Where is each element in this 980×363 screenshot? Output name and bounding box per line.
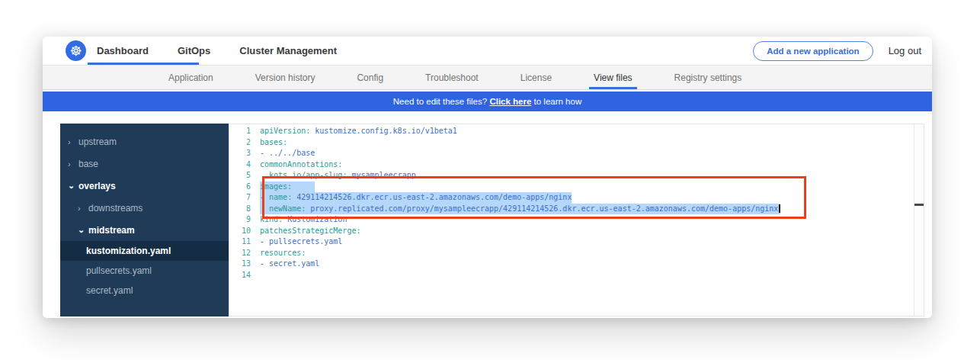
app-tab-bar: ApplicationVersion historyConfigTroubles… [43, 66, 932, 90]
line-number: 13 [229, 259, 260, 270]
code-text: - secret.yaml [260, 259, 319, 270]
code-editor[interactable]: 1apiVersion: kustomize.config.k8s.io/v1b… [229, 124, 924, 316]
code-line[interactable]: 11- pullsecrets.yaml [229, 236, 924, 248]
app-window: ☸ DashboardGitOpsCluster Management Add … [43, 37, 932, 318]
add-application-button[interactable]: Add a new application [753, 41, 873, 61]
code-lines: 1apiVersion: kustomize.config.k8s.io/v1b… [229, 124, 924, 281]
chevron-down-icon: ⌄ [78, 225, 86, 235]
helm-wheel-glyph: ☸ [69, 44, 82, 58]
line-number: 4 [229, 159, 260, 171]
code-text: kind: Kustomization [260, 214, 347, 226]
tree-item-kustomization-yaml[interactable]: kustomization.yaml [60, 241, 229, 261]
tab-application[interactable]: Application [168, 66, 213, 89]
line-number: 11 [229, 236, 260, 248]
editor-scrollbar[interactable] [914, 124, 924, 316]
code-line[interactable]: 1apiVersion: kustomize.config.k8s.io/v1b… [229, 126, 924, 137]
code-line[interactable]: 14 [229, 270, 924, 281]
line-number: 7 [229, 192, 260, 204]
top-nav-right: Add a new application Log out [753, 41, 921, 61]
code-line[interactable]: 10patchesStrategicMerge: [229, 226, 924, 237]
code-text: apiVersion: kustomize.config.k8s.io/v1be… [260, 126, 457, 137]
file-tree-sidebar: ›upstream›base⌄overlays›downstreams⌄mids… [60, 124, 229, 316]
chevron-right-icon: › [68, 159, 76, 169]
line-number: 1 [229, 126, 260, 137]
line-number: 3 [229, 148, 260, 159]
code-text: - pullsecrets.yaml [260, 236, 342, 248]
tab-version-history[interactable]: Version history [255, 66, 315, 89]
tab-registry-settings[interactable]: Registry settings [674, 66, 742, 89]
scrollbar-thumb[interactable] [914, 204, 924, 206]
code-line[interactable]: 13- secret.yaml [229, 259, 924, 270]
banner-text-after: to learn how [531, 97, 581, 106]
line-number: 9 [229, 214, 260, 226]
banner-click-here-link[interactable]: Click here [489, 97, 531, 106]
code-line[interactable]: 7- name: 429114214526.dkr.ecr.us-east-2.… [229, 192, 924, 204]
tree-item-label: secret.yaml [86, 285, 133, 296]
code-line[interactable]: 2bases: [229, 137, 924, 149]
line-number: 14 [229, 270, 260, 281]
code-text: kots.io/app-slug: mysampleecrapp [260, 170, 416, 182]
line-number: 5 [229, 170, 260, 182]
tab-license[interactable]: License [520, 66, 552, 89]
tree-item-label: kustomization.yaml [86, 246, 171, 256]
nav-item-dashboard[interactable]: Dashboard [97, 37, 149, 65]
code-line[interactable]: 3- ../../base [229, 148, 924, 159]
text-cursor [779, 204, 780, 213]
kubernetes-logo-icon[interactable]: ☸ [66, 40, 86, 61]
tab-view-files[interactable]: View files [594, 66, 632, 89]
tree-item-label: base [78, 159, 98, 169]
code-text: bases: [260, 137, 287, 149]
tree-item-label: upstream [78, 137, 117, 147]
tree-item-secret-yaml[interactable]: secret.yaml [60, 281, 229, 300]
chevron-down-icon: ⌄ [68, 181, 76, 191]
line-number: 12 [229, 248, 260, 259]
nav-item-gitops[interactable]: GitOps [178, 37, 210, 65]
tree-item-label: pullsecrets.yaml [86, 265, 152, 276]
selected-text: newName: proxy.replicated.com/proxy/mysa… [260, 204, 780, 215]
chevron-right-icon: › [68, 137, 76, 146]
tree-item-pullsecrets-yaml[interactable]: pullsecrets.yaml [60, 261, 229, 281]
code-line[interactable]: 9kind: Kustomization [229, 214, 924, 226]
code-line[interactable]: 5 kots.io/app-slug: mysampleecrapp [229, 170, 924, 182]
selected-text: images: [260, 182, 315, 193]
banner-text-before: Need to edit these files? [393, 97, 490, 106]
selected-text: - name: 429114214526.dkr.ecr.us-east-2.a… [260, 192, 572, 204]
code-text: resources: [260, 248, 306, 259]
logout-link[interactable]: Log out [889, 45, 921, 56]
line-number: 6 [229, 182, 260, 193]
tree-item-label: overlays [78, 181, 116, 191]
line-number: 10 [229, 226, 260, 237]
code-text: commonAnnotations: [260, 159, 342, 171]
code-line[interactable]: 6images: [229, 182, 924, 193]
nav-item-cluster-management[interactable]: Cluster Management [239, 37, 337, 65]
edit-files-banner: Need to edit these files? Click here to … [43, 92, 932, 111]
code-text: - ../../base [260, 148, 315, 159]
code-text: patchesStrategicMerge: [260, 226, 360, 237]
tree-item-midstream[interactable]: ⌄midstream [60, 219, 229, 241]
tree-item-overlays[interactable]: ⌄overlays [60, 175, 229, 197]
code-line[interactable]: 4commonAnnotations: [229, 159, 924, 171]
tree-item-upstream[interactable]: ›upstream [60, 130, 229, 153]
line-number: 8 [229, 204, 260, 215]
main-nav: DashboardGitOpsCluster Management [97, 37, 366, 65]
view-files-content: ›upstream›base⌄overlays›downstreams⌄mids… [43, 111, 932, 318]
chevron-right-icon: › [78, 204, 86, 213]
code-line[interactable]: 8 newName: proxy.replicated.com/proxy/my… [229, 204, 924, 215]
tab-config[interactable]: Config [357, 66, 383, 89]
top-nav: ☸ DashboardGitOpsCluster Management Add … [43, 37, 932, 66]
tree-item-label: midstream [88, 225, 135, 236]
tree-item-label: downstreams [88, 203, 143, 214]
code-line[interactable]: 12resources: [229, 248, 924, 259]
line-number: 2 [229, 137, 260, 149]
tree-item-downstreams[interactable]: ›downstreams [60, 197, 229, 219]
tab-troubleshoot[interactable]: Troubleshoot [425, 66, 479, 89]
tree-item-base[interactable]: ›base [60, 153, 229, 175]
